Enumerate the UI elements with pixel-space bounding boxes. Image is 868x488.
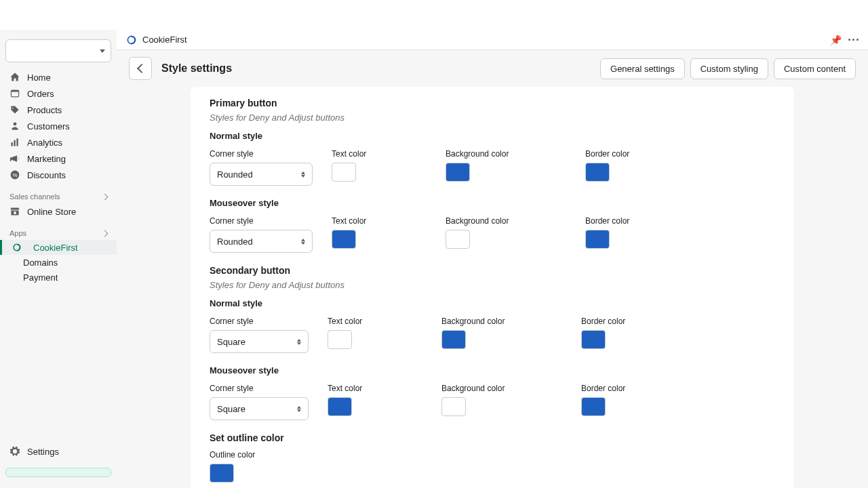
svg-rect-3	[11, 142, 12, 146]
text-color-label: Text color	[328, 384, 422, 393]
outline-color-swatch[interactable]	[210, 464, 234, 483]
secondary-mouseover-text-swatch[interactable]	[328, 397, 352, 416]
primary-mouseover-title: Mouseover style	[210, 198, 775, 208]
primary-desc: Styles for Deny and Adjust buttons	[210, 113, 775, 123]
secondary-normal-bg-swatch[interactable]	[441, 330, 466, 349]
nav-section-label: Sales channels	[9, 192, 60, 201]
border-color-label: Border color	[585, 216, 680, 226]
text-color-label: Text color	[332, 149, 427, 159]
orders-icon	[9, 88, 20, 99]
nav-app-label: CookieFirst	[33, 243, 78, 253]
secondary-normal-corner-select[interactable]: Square	[210, 330, 309, 353]
nav-app-label: Payment	[23, 272, 58, 283]
more-menu[interactable]	[848, 39, 859, 41]
secondary-desc: Styles for Deny and Adjust buttons	[210, 280, 775, 290]
marketing-icon	[9, 153, 20, 164]
pin-icon[interactable]: 📌	[830, 35, 842, 45]
nav-products[interactable]: Products	[0, 102, 117, 118]
select-arrows-icon	[297, 339, 301, 345]
nav-orders[interactable]: Orders	[0, 85, 117, 102]
select-arrows-icon	[297, 406, 301, 412]
sidebar: Home Orders Products Customers Analytics…	[0, 30, 117, 488]
primary-normal-border-swatch[interactable]	[585, 163, 610, 182]
sidebar-promo-card[interactable]	[5, 468, 111, 477]
corner-label: Corner style	[210, 216, 313, 226]
nav-analytics[interactable]: Analytics	[0, 134, 117, 150]
embedded-app-header: CookieFirst 📌	[117, 30, 868, 50]
gear-icon	[9, 446, 20, 457]
border-color-label: Border color	[581, 384, 676, 393]
text-color-label: Text color	[332, 216, 427, 226]
secondary-mouseover-title: Mouseover style	[210, 365, 775, 375]
nav-online-store[interactable]: Online Store	[0, 203, 117, 220]
svg-rect-1	[11, 90, 18, 92]
nav-discounts[interactable]: % Discounts	[0, 167, 117, 183]
primary-normal-title: Normal style	[210, 131, 775, 141]
primary-mouseover-text-swatch[interactable]	[332, 230, 356, 249]
primary-mouseover-corner-select[interactable]: Rounded	[210, 230, 313, 253]
nav-label: Analytics	[27, 138, 62, 148]
nav-section-apps[interactable]: Apps	[0, 225, 117, 240]
secondary-mouseover-border-swatch[interactable]	[581, 397, 606, 416]
nav-label: Marketing	[27, 154, 66, 164]
nav-home[interactable]: Home	[0, 69, 117, 85]
settings-label: Settings	[27, 447, 59, 457]
custom-content-button[interactable]: Custom content	[774, 58, 856, 79]
bg-color-label: Background color	[441, 317, 562, 326]
nav-app-cookiefirst[interactable]: CookieFirst	[0, 240, 117, 255]
nav-label: Products	[27, 105, 62, 115]
select-arrows-icon	[301, 239, 305, 245]
primary-normal-corner-select[interactable]: Rounded	[210, 163, 313, 186]
primary-normal-bg-swatch[interactable]	[446, 163, 470, 182]
nav-section-label: Apps	[9, 229, 26, 237]
bg-color-label: Background color	[446, 216, 566, 226]
primary-mouseover-bg-swatch[interactable]	[446, 230, 470, 249]
corner-label: Corner style	[210, 149, 313, 159]
nav-marketing[interactable]: Marketing	[0, 150, 117, 167]
store-switcher[interactable]	[5, 39, 111, 62]
primary-mouseover-border-swatch[interactable]	[585, 230, 610, 249]
secondary-title: Secondary button	[210, 265, 775, 276]
outline-title: Set outline color	[210, 432, 775, 443]
select-value: Square	[217, 404, 245, 414]
nav-section-sales[interactable]: Sales channels	[0, 188, 117, 203]
nav-label: Online Store	[27, 207, 76, 217]
primary-normal-text-swatch[interactable]	[332, 163, 356, 182]
nav-label: Discounts	[27, 170, 66, 180]
general-settings-button[interactable]: General settings	[600, 58, 685, 79]
nav-customers[interactable]: Customers	[0, 118, 117, 134]
page-title: Style settings	[161, 62, 232, 75]
nav-app-label: Domains	[23, 258, 58, 268]
select-value: Rounded	[217, 169, 253, 180]
store-icon	[9, 206, 20, 217]
nav-app-payment[interactable]: Payment	[0, 270, 117, 285]
custom-styling-button[interactable]: Custom styling	[690, 58, 768, 79]
secondary-normal-text-swatch[interactable]	[328, 330, 352, 349]
page-header: Style settings General settings Custom s…	[117, 50, 868, 87]
nav-label: Orders	[27, 89, 54, 99]
main: CookieFirst 📌 Style settings General set…	[117, 30, 868, 488]
app-name: CookieFirst	[142, 35, 187, 45]
select-value: Rounded	[217, 237, 253, 247]
secondary-mouseover-bg-swatch[interactable]	[441, 397, 466, 416]
cookiefirst-logo-icon	[126, 35, 137, 45]
back-button[interactable]	[129, 57, 152, 80]
nav-app-domains[interactable]: Domains	[0, 255, 117, 270]
secondary-normal-title: Normal style	[210, 298, 775, 308]
text-color-label: Text color	[328, 317, 422, 326]
border-color-label: Border color	[581, 317, 676, 326]
discounts-icon: %	[9, 169, 20, 180]
caret-down-icon	[100, 49, 105, 53]
secondary-mouseover-corner-select[interactable]: Square	[210, 397, 309, 420]
secondary-normal-border-swatch[interactable]	[581, 330, 606, 349]
svg-rect-5	[16, 138, 18, 146]
nav-settings[interactable]: Settings	[5, 442, 111, 461]
svg-point-2	[14, 122, 17, 125]
outline-label: Outline color	[210, 450, 775, 460]
nav-label: Customers	[27, 121, 70, 131]
analytics-icon	[9, 137, 20, 148]
corner-label: Corner style	[210, 384, 309, 393]
select-arrows-icon	[301, 171, 305, 178]
cookiefirst-icon	[12, 242, 22, 253]
style-card: Primary button Styles for Deny and Adjus…	[191, 87, 794, 488]
